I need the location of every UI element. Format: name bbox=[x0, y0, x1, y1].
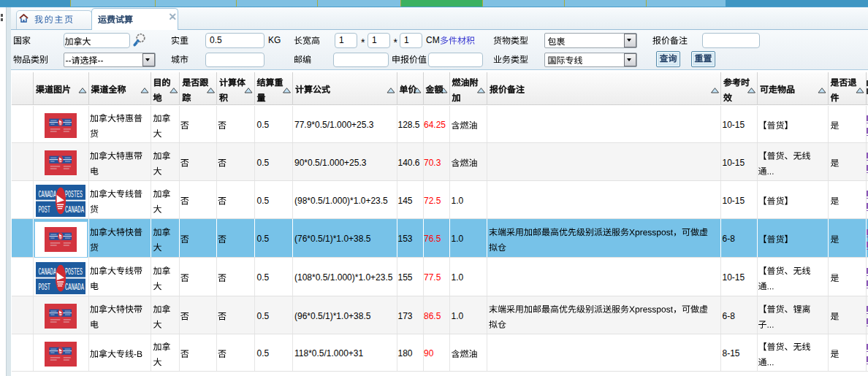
svg-text:CANADA: CANADA bbox=[38, 189, 56, 200]
svg-text:CANADA: CANADA bbox=[65, 282, 84, 293]
svg-text:CANADA: CANADA bbox=[38, 266, 56, 277]
svg-text:POST: POST bbox=[38, 204, 50, 215]
svg-text:POSTES: POSTES bbox=[65, 189, 83, 200]
svg-text:POST: POST bbox=[38, 282, 50, 293]
svg-text:CANADA: CANADA bbox=[65, 204, 84, 215]
svg-text:POSTES: POSTES bbox=[65, 266, 83, 277]
